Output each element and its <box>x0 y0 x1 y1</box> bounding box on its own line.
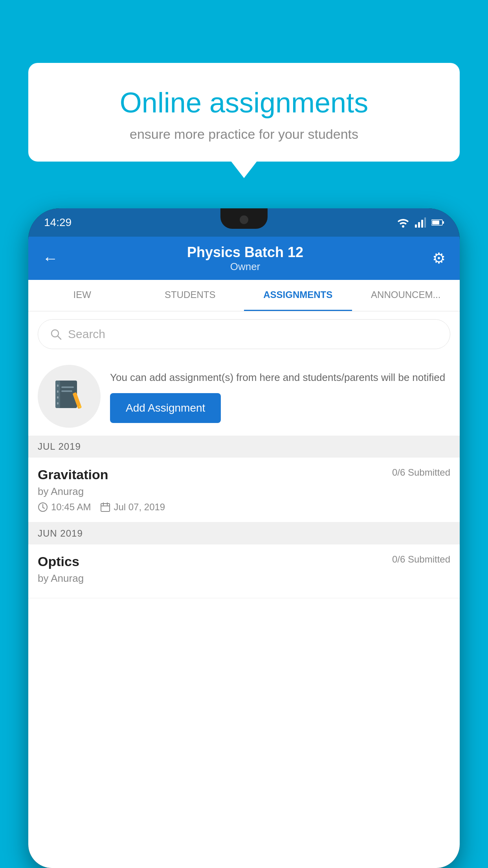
tab-assignments[interactable]: ASSIGNMENTS <box>244 280 352 311</box>
month-separator-jul: JUL 2019 <box>28 436 460 458</box>
assignment-name-optics: Optics <box>38 554 79 569</box>
svg-rect-3 <box>424 217 426 228</box>
camera <box>240 215 248 224</box>
svg-rect-5 <box>432 221 439 224</box>
assignment-meta: 10:45 AM Jul 07, 2019 <box>38 502 450 513</box>
battery-icon <box>431 219 444 226</box>
tab-students[interactable]: STUDENTS <box>136 280 244 311</box>
add-assignment-description: You can add assignment(s) from here and … <box>110 370 450 385</box>
tab-announcements[interactable]: ANNOUNCEM... <box>352 280 460 311</box>
search-placeholder: Search <box>68 327 105 341</box>
svg-rect-11 <box>57 384 59 387</box>
wifi-icon <box>397 217 409 228</box>
assignment-item-optics[interactable]: Optics 0/6 Submitted by Anurag <box>28 544 460 598</box>
app-header: ← Physics Batch 12 Owner ⚙ <box>28 237 460 280</box>
notebook-icon <box>51 379 87 414</box>
svg-rect-15 <box>61 386 74 388</box>
page-title: Physics Batch 12 <box>187 244 303 261</box>
back-button[interactable]: ← <box>42 250 58 267</box>
clock-icon <box>38 502 48 512</box>
search-icon <box>50 328 62 340</box>
add-assignment-block: You can add assignment(s) from here and … <box>28 357 460 436</box>
add-assignment-button[interactable]: Add Assignment <box>110 393 221 423</box>
svg-rect-13 <box>57 396 59 399</box>
svg-rect-22 <box>101 504 110 511</box>
status-icons <box>397 217 444 228</box>
assignment-by: by Anurag <box>38 485 450 498</box>
assignment-time: 10:45 AM <box>38 502 91 513</box>
settings-button[interactable]: ⚙ <box>432 250 446 267</box>
calendar-icon <box>100 502 110 512</box>
svg-rect-1 <box>418 222 420 228</box>
svg-rect-16 <box>61 390 72 392</box>
svg-rect-6 <box>442 221 444 224</box>
add-assignment-text-group: You can add assignment(s) from here and … <box>110 370 450 423</box>
status-time: 14:29 <box>44 216 72 229</box>
svg-rect-14 <box>57 402 59 405</box>
assignment-header-optics: Optics 0/6 Submitted <box>38 554 450 569</box>
month-separator-jun: JUN 2019 <box>28 522 460 544</box>
assignment-header: Gravitation 0/6 Submitted <box>38 467 450 482</box>
speech-bubble-title: Online assignments <box>52 86 436 119</box>
phone-frame: 14:29 ← Physi <box>28 208 460 868</box>
assignment-name: Gravitation <box>38 467 108 482</box>
speech-bubble: Online assignments ensure more practice … <box>28 63 460 162</box>
speech-bubble-container: Online assignments ensure more practice … <box>28 63 460 162</box>
phone-screen: Search <box>28 311 460 868</box>
assignment-submitted: 0/6 Submitted <box>392 467 450 478</box>
search-bar[interactable]: Search <box>38 319 450 349</box>
notch <box>220 208 268 229</box>
signal-icon <box>415 217 426 228</box>
page-subtitle: Owner <box>187 261 303 273</box>
svg-rect-0 <box>415 224 417 228</box>
assignment-item-gravitation[interactable]: Gravitation 0/6 Submitted by Anurag 10:4… <box>28 458 460 522</box>
svg-line-8 <box>58 336 61 339</box>
assignment-submitted-optics: 0/6 Submitted <box>392 554 450 565</box>
assignment-by-optics: by Anurag <box>38 572 450 585</box>
assignment-date: Jul 07, 2019 <box>100 502 165 513</box>
tab-bar: IEW STUDENTS ASSIGNMENTS ANNOUNCEM... <box>28 280 460 311</box>
status-bar: 14:29 <box>28 208 460 237</box>
tab-overview[interactable]: IEW <box>28 280 136 311</box>
header-title-group: Physics Batch 12 Owner <box>187 244 303 273</box>
speech-bubble-subtitle: ensure more practice for your students <box>52 127 436 142</box>
assignment-icon-circle <box>38 365 101 428</box>
svg-rect-2 <box>421 220 423 228</box>
svg-line-21 <box>43 508 44 508</box>
svg-rect-12 <box>57 390 59 393</box>
